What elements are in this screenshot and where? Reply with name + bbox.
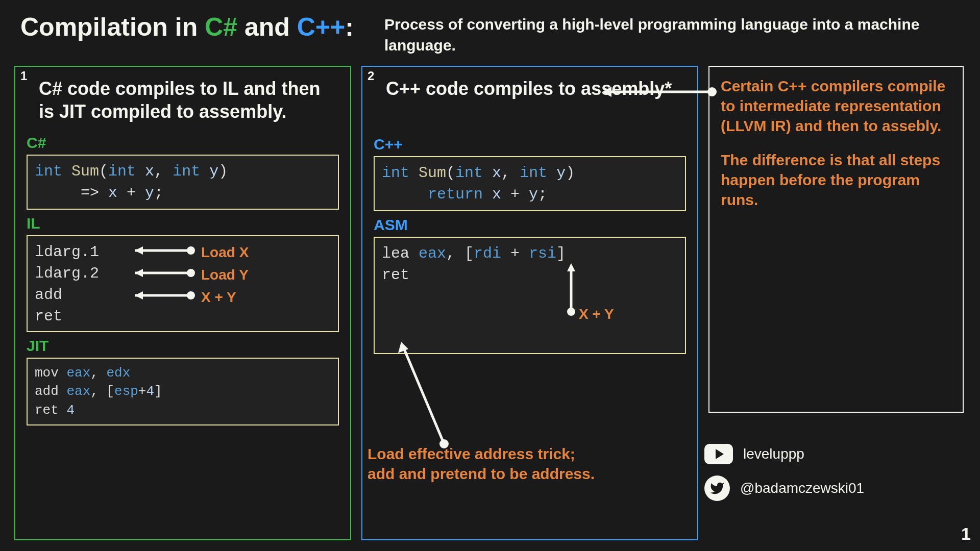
code-csharp: int Sum(int x, int y) => x + y; [27,155,339,210]
panel-badge-1: 1 [20,69,27,83]
social-youtube[interactable]: leveluppp [704,444,864,464]
twitter-handle: @badamczewski01 [740,480,864,496]
svg-marker-11 [567,263,575,271]
title-mid: and [237,13,297,41]
header: Compilation in C# and C++: Process of co… [0,0,980,61]
subtitle: Process of converting a high-level progr… [384,12,960,56]
panel-cpp-title: C++ code compiles to assembly* [374,76,686,131]
panel-csharp-title: C# code compiles to IL and then is JIT c… [27,76,339,129]
panel-badge-2: 2 [368,69,374,83]
svg-marker-2 [135,246,143,255]
svg-point-0 [187,246,195,255]
title-pre: Compilation in [20,13,205,41]
title-post: : [345,13,354,41]
youtube-handle: leveluppp [743,446,804,462]
code-il: ldarg.1 ldarg.2 add ret Load X Load Y X … [27,235,339,332]
label-il: IL [27,215,339,232]
note-asm-xy: X + Y [579,304,614,324]
youtube-icon [704,444,733,464]
note-load-y: Load Y [201,265,249,285]
side-note-p2: The difference is that all steps happen … [721,150,951,210]
twitter-icon [704,475,730,501]
panel-csharp: 1 C# code compiles to IL and then is JIT… [14,66,351,540]
code-cpp: int Sum(int x, int y) return x + y; [374,156,686,211]
code-jit: mov eax, edx add eax, [esp+4] ret 4 [27,358,339,425]
label-csharp: C# [27,134,339,152]
panel-side-note: Certain C++ compilers compile to interme… [708,66,964,413]
side-note-p1: Certain C++ compilers compile to interme… [721,76,951,136]
lea-note: Load effective address trick; add and pr… [368,444,674,484]
svg-point-9 [567,308,575,316]
note-xy: X + Y [201,287,236,307]
code-asm: lea eax, [rdi + rsi] ret X + Y [374,237,686,354]
page-title: Compilation in C# and C++: [20,12,354,42]
note-load-x: Load X [201,242,249,262]
svg-point-3 [187,269,195,277]
svg-marker-8 [135,291,143,299]
label-cpp: C++ [374,136,686,153]
page-number: 1 [961,524,971,544]
socials: leveluppp @badamczewski01 [704,444,864,501]
title-csharp: C# [205,13,237,41]
label-asm: ASM [374,216,686,234]
svg-point-6 [187,291,195,299]
social-twitter[interactable]: @badamczewski01 [704,475,864,501]
svg-marker-5 [135,269,143,277]
title-cpp: C++ [297,13,346,41]
